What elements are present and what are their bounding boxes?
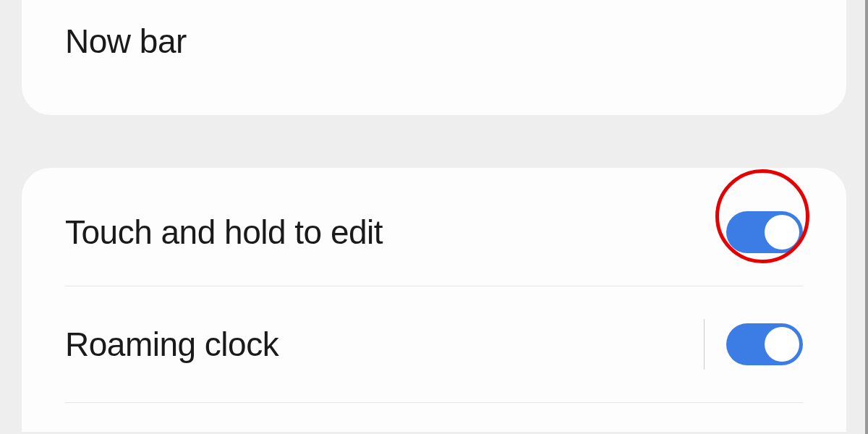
toggle-thumb [765, 215, 799, 250]
touch-hold-edit-row[interactable]: Touch and hold to edit [22, 179, 846, 286]
settings-card-bottom: Touch and hold to edit Roaming clock [22, 168, 846, 432]
now-bar-label: Now bar [65, 22, 187, 61]
roaming-clock-label: Roaming clock [65, 325, 278, 364]
touch-hold-edit-toggle[interactable] [726, 211, 803, 253]
vertical-divider [704, 319, 705, 370]
now-bar-row[interactable]: Now bar [22, 0, 846, 82]
row-divider [65, 402, 803, 403]
roaming-clock-toggle[interactable] [726, 323, 803, 365]
card-gap [0, 115, 868, 168]
toggle-container [726, 211, 803, 253]
screen-right-edge [865, 0, 868, 434]
touch-hold-edit-label: Touch and hold to edit [65, 213, 383, 252]
toggle-container [704, 319, 803, 370]
roaming-clock-row[interactable]: Roaming clock [22, 286, 846, 402]
settings-card-top: Now bar [22, 0, 846, 115]
toggle-thumb [765, 327, 799, 362]
